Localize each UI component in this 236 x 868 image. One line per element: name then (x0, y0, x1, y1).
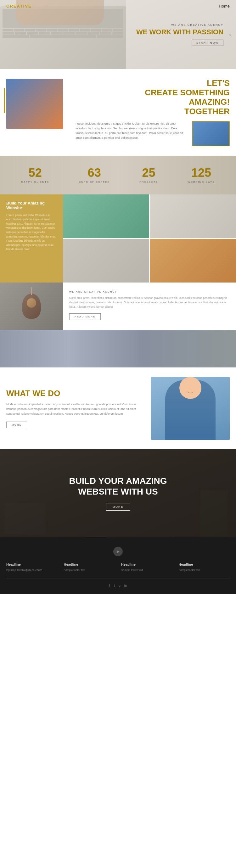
footer-columns: Headline Пример текста футера сайта Head… (6, 562, 230, 572)
read-more-button[interactable]: READ MORE (69, 313, 101, 320)
footer-social: f t o in (6, 579, 230, 587)
footer-col-2-text: Sample footer text (64, 568, 115, 572)
creative-agency-image (0, 282, 63, 330)
build-image-3 (63, 239, 149, 282)
build-image-1 (63, 194, 149, 238)
facebook-icon[interactable]: f (109, 584, 110, 587)
lets-create-image2 (192, 121, 230, 146)
build-amazing-section: BUILD YOUR AMAZING WEBSITE WITH US MORE (0, 449, 236, 537)
lets-create-image1 (6, 79, 63, 129)
stat-number-clients: 52 (21, 167, 49, 179)
stat-happy-clients: 52 HAPPY CLIENTS (21, 167, 49, 183)
hero-next-arrow[interactable]: › (229, 31, 231, 38)
footer-col-4-title: Headline (179, 562, 230, 566)
footer-play-icon[interactable]: ▶ (113, 547, 123, 556)
footer-column-3: Headline Sample footer text (121, 562, 172, 572)
footer-column-2: Headline Sample footer text (64, 562, 115, 572)
footer-col-4-text: Sample footer text (179, 568, 230, 572)
city-blur-section (0, 330, 236, 368)
creative-agency-content: WE ARE CREATIVE AGENCY Morbi eros lorem,… (63, 282, 236, 330)
what-we-do-title: WHAT WE DO (6, 389, 145, 398)
stat-label-days: WORKING DAYS (187, 181, 215, 183)
hero-start-button[interactable]: START NOW (191, 40, 224, 46)
lets-create-body: Fusce tincidunt, risus quis tristique ti… (76, 121, 230, 146)
lets-create-title: LET'S CREATE SOMETHING AMAZING! TOGETHER (76, 79, 230, 116)
what-we-do-more-button[interactable]: MORE (6, 422, 27, 428)
footer-col-3-title: Headline (121, 562, 172, 566)
build-amazing-more-button[interactable]: MORE (106, 503, 130, 510)
city-background (0, 330, 236, 368)
footer-col-1-title: Headline (6, 562, 58, 566)
build-amazing-title: BUILD YOUR AMAZING WEBSITE WITH US (69, 476, 167, 497)
footer-col-2-title: Headline (64, 562, 115, 566)
header: CREATIVE Home (0, 0, 236, 12)
what-we-do-section: WHAT WE DO Morbi eros lorem, imperdiet a… (0, 368, 236, 449)
footer-col-1-text: Пример текста футера сайта (6, 568, 58, 572)
logo[interactable]: CREATIVE (6, 4, 32, 8)
stat-label-clients: HAPPY CLIENTS (21, 181, 49, 183)
creative-agency-text: Morbi eros lorem, imperdiet a dictum ac,… (69, 296, 230, 309)
creative-agency-section: WE ARE CREATIVE AGENCY Morbi eros lorem,… (0, 282, 236, 330)
what-we-do-content: WHAT WE DO Morbi eros lorem, imperdiet a… (6, 389, 145, 428)
footer-col-3-text: Sample footer text (121, 568, 172, 572)
build-website-images (63, 194, 236, 282)
footer-top: ▶ (6, 547, 230, 556)
lets-create-section: LET'S CREATE SOMETHING AMAZING! TOGETHER… (0, 69, 236, 156)
what-we-do-image (151, 377, 230, 440)
hero-content: WE ARE CREATIVE AGENCY WE WORK WITH PASS… (136, 23, 224, 46)
stat-working-days: 125 WORKING DAYS (187, 167, 215, 183)
linkedin-icon[interactable]: in (124, 584, 127, 587)
footer-column-1: Headline Пример текста футера сайта (6, 562, 58, 572)
instagram-icon[interactable]: o (119, 584, 120, 587)
build-website-text: Lorem ipsum aelt welte. Phasellus ac eni… (6, 213, 57, 252)
footer-column-4: Headline Sample footer text (179, 562, 230, 572)
stat-label-projects: PROJECTS (139, 181, 158, 183)
lets-create-text: Fusce tincidunt, risus quis tristique ti… (76, 121, 187, 146)
creative-agency-subtitle: WE ARE CREATIVE AGENCY (69, 290, 230, 293)
stat-projects: 25 PROJECTS (139, 167, 158, 183)
build-website-left: Build Your Amazing Website Lorem ipsum a… (0, 194, 63, 282)
footer: ▶ Headline Пример текста футера сайта He… (0, 537, 236, 594)
stat-cups-coffee: 63 CUPS OF COFFEE (79, 167, 110, 183)
build-website-section: Build Your Amazing Website Lorem ipsum a… (0, 194, 236, 282)
hero-subtitle: WE ARE CREATIVE AGENCY (136, 23, 224, 26)
stat-label-coffee: CUPS OF COFFEE (79, 181, 110, 183)
stats-section: 52 HAPPY CLIENTS 63 CUPS OF COFFEE 25 PR… (0, 156, 236, 194)
stat-number-coffee: 63 (79, 167, 110, 179)
what-we-do-text: Morbi eros lorem, imperdiet a dictum ac,… (6, 402, 145, 416)
lets-create-content: LET'S CREATE SOMETHING AMAZING! TOGETHER… (76, 79, 230, 146)
build-image-4 (150, 239, 236, 282)
decorative-bar (4, 88, 5, 113)
stat-number-days: 125 (187, 167, 215, 179)
lets-create-image-area (6, 79, 69, 146)
twitter-icon[interactable]: t (114, 584, 115, 587)
build-image-2 (150, 194, 236, 238)
stat-number-projects: 25 (139, 167, 158, 179)
hero-title: WE WORK WITH PASSION (136, 28, 224, 36)
build-website-title: Build Your Amazing Website (6, 201, 57, 210)
nav-home[interactable]: Home (219, 4, 230, 8)
